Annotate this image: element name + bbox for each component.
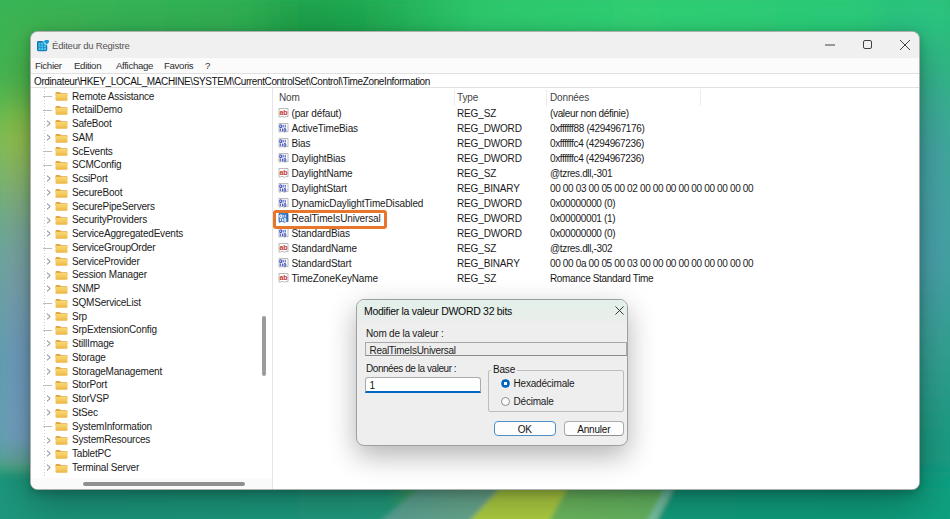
svg-text:ab: ab (280, 169, 288, 176)
svg-text:ab: ab (280, 274, 288, 281)
svg-text:ab: ab (280, 109, 288, 116)
svg-text:ab: ab (280, 244, 288, 251)
